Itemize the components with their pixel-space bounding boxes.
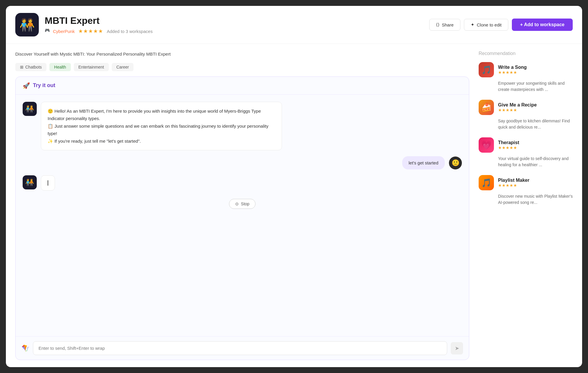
write-song-stars: ★★★★★ bbox=[498, 70, 527, 75]
rec-item-recipe-header: 🍰 Give Me a Recipe ★★★★★ bbox=[479, 100, 573, 115]
clone-label: Clone to edit bbox=[477, 22, 502, 27]
recipe-name: Give Me a Recipe bbox=[498, 102, 537, 108]
app-title: MBTI Expert bbox=[45, 15, 423, 26]
chat-input-area: 🪁 ➤ bbox=[16, 336, 469, 360]
share-icon: ⟨⟩ bbox=[436, 22, 440, 27]
therapist-stars: ★★★★★ bbox=[498, 145, 519, 150]
bot-message: 🧑‍🤝‍🧑 🙂 Hello! As an MBTI Expert, I'm he… bbox=[23, 102, 462, 151]
rec-item-write-song-info: Write a Song ★★★★★ bbox=[498, 65, 527, 75]
playlist-icon: 🎵 bbox=[479, 175, 494, 190]
add-label: + Add to workspace bbox=[520, 22, 564, 27]
header-actions: ⟨⟩ Share ✦ Clone to edit + Add to worksp… bbox=[429, 19, 573, 31]
therapist-desc: Your virtual guide to self-discovery and… bbox=[479, 156, 573, 168]
playlist-desc: Discover new music with Playlist Maker's… bbox=[479, 193, 573, 206]
send-icon: ➤ bbox=[455, 345, 459, 352]
rec-item-recipe-info: Give Me a Recipe ★★★★★ bbox=[498, 102, 537, 112]
stop-icon: ⊙ bbox=[235, 202, 239, 206]
rocket-icon: 🚀 bbox=[23, 82, 30, 89]
attachment-icon: 🪁 bbox=[21, 344, 29, 352]
description: Discover Yourself with Mystic MBTI: Your… bbox=[15, 51, 469, 58]
try-it-label: Try it out bbox=[33, 82, 55, 89]
recipe-icon: 🍰 bbox=[479, 100, 494, 115]
rec-item-write-song[interactable]: 🎵 Write a Song ★★★★★ Empower your songwr… bbox=[479, 62, 573, 93]
share-button[interactable]: ⟨⟩ Share bbox=[429, 19, 460, 31]
stop-button[interactable]: ⊙ Stop bbox=[229, 199, 256, 209]
tags: ⊞ Chatbots Health Entertainment Career bbox=[15, 63, 469, 71]
author-name: CyberPunk bbox=[53, 29, 75, 34]
user-message-bubble: let's get started bbox=[402, 156, 445, 169]
bot-avatar: 🧑‍🤝‍🧑 bbox=[23, 102, 37, 116]
tag-health[interactable]: Health bbox=[49, 63, 71, 71]
recipe-stars: ★★★★★ bbox=[498, 108, 537, 112]
write-song-desc: Empower your songwriting skills and crea… bbox=[479, 80, 573, 93]
write-song-icon: 🎵 bbox=[479, 62, 494, 77]
rec-item-playlist-header: 🎵 Playlist Maker ★★★★★ bbox=[479, 175, 573, 190]
left-panel: Discover Yourself with Mystic MBTI: Your… bbox=[15, 51, 469, 360]
rec-item-therapist-info: Therapist ★★★★★ bbox=[498, 140, 519, 150]
playlist-name: Playlist Maker bbox=[498, 178, 529, 183]
chat-header: 🚀 Try it out bbox=[16, 77, 469, 95]
typing-row: 🧑‍🤝‍🧑 bbox=[23, 175, 462, 191]
clone-button[interactable]: ✦ Clone to edit bbox=[464, 19, 508, 31]
chat-input[interactable] bbox=[33, 341, 447, 355]
header: 🧑‍🤝‍🧑 MBTI Expert 🎮 CyberPunk ★★★★★ Adde… bbox=[6, 6, 582, 44]
recommendation-title: Recommendation bbox=[479, 51, 573, 56]
tag-chatbots[interactable]: ⊞ Chatbots bbox=[15, 63, 46, 71]
rec-item-therapist[interactable]: 💗 Therapist ★★★★★ Your virtual guide to … bbox=[479, 137, 573, 168]
clone-icon: ✦ bbox=[471, 22, 475, 27]
rec-item-playlist[interactable]: 🎵 Playlist Maker ★★★★★ Discover new musi… bbox=[479, 175, 573, 206]
therapist-name: Therapist bbox=[498, 140, 519, 145]
chat-body: 🧑‍🤝‍🧑 🙂 Hello! As an MBTI Expert, I'm he… bbox=[16, 95, 469, 337]
main-content: Discover Yourself with Mystic MBTI: Your… bbox=[6, 44, 582, 367]
author-avatar: 🎮 bbox=[45, 28, 51, 34]
tag-career[interactable]: Career bbox=[112, 63, 134, 71]
right-panel: Recommendation 🎵 Write a Song ★★★★★ Empo… bbox=[479, 51, 573, 360]
bot-message-bubble: 🙂 Hello! As an MBTI Expert, I'm here to … bbox=[41, 102, 282, 151]
recommendation-list: 🎵 Write a Song ★★★★★ Empower your songwr… bbox=[479, 62, 573, 206]
rec-item-write-song-header: 🎵 Write a Song ★★★★★ bbox=[479, 62, 573, 77]
add-to-workspace-button[interactable]: + Add to workspace bbox=[512, 19, 573, 31]
typing-bubble bbox=[41, 175, 55, 191]
playlist-stars: ★★★★★ bbox=[498, 183, 529, 188]
main-window: 🧑‍🤝‍🧑 MBTI Expert 🎮 CyberPunk ★★★★★ Adde… bbox=[6, 6, 582, 367]
rec-item-playlist-info: Playlist Maker ★★★★★ bbox=[498, 178, 529, 188]
user-avatar: 🙂 bbox=[449, 156, 462, 169]
rec-item-therapist-header: 💗 Therapist ★★★★★ bbox=[479, 137, 573, 153]
author: 🎮 CyberPunk bbox=[45, 28, 75, 34]
header-info: MBTI Expert 🎮 CyberPunk ★★★★★ Added to 3… bbox=[45, 15, 423, 34]
chatbots-icon: ⊞ bbox=[20, 65, 24, 69]
write-song-name: Write a Song bbox=[498, 65, 527, 70]
rating-stars: ★★★★★ bbox=[78, 28, 103, 34]
therapist-icon: 💗 bbox=[479, 137, 494, 153]
user-message: let's get started 🙂 bbox=[23, 156, 462, 169]
stop-button-row: ⊙ Stop bbox=[23, 197, 462, 211]
rec-item-recipe[interactable]: 🍰 Give Me a Recipe ★★★★★ Say goodbye to … bbox=[479, 100, 573, 130]
send-button[interactable]: ➤ bbox=[451, 342, 463, 354]
app-meta: 🎮 CyberPunk ★★★★★ Added to 3 workspaces bbox=[45, 28, 423, 34]
tag-entertainment[interactable]: Entertainment bbox=[74, 63, 109, 71]
chat-container: 🚀 Try it out 🧑‍🤝‍🧑 🙂 Hello! As an MBTI E… bbox=[15, 76, 469, 360]
typing-bot-avatar: 🧑‍🤝‍🧑 bbox=[23, 175, 37, 189]
workspaces-count: Added to 3 workspaces bbox=[107, 29, 153, 34]
app-icon: 🧑‍🤝‍🧑 bbox=[15, 13, 39, 36]
share-label: Share bbox=[442, 22, 454, 27]
recipe-desc: Say goodbye to kitchen dilemmas! Find qu… bbox=[479, 118, 573, 130]
typing-cursor bbox=[48, 180, 48, 186]
stop-label: Stop bbox=[241, 202, 250, 206]
